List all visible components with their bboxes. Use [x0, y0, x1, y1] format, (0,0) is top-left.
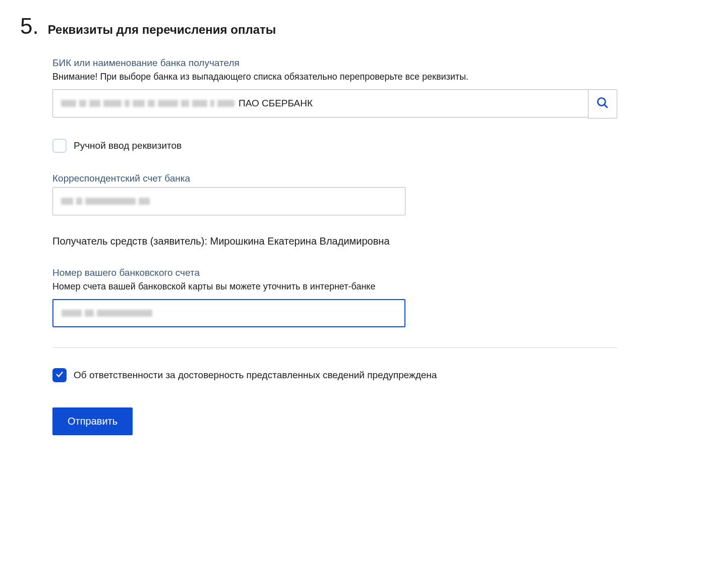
bank-field-block: БИК или наименование банка получателя Вн… [52, 57, 617, 119]
bank-bic-input[interactable]: ПАО СБЕРБАНК [52, 89, 588, 117]
account-number-hint: Номер счета вашей банковской карты вы мо… [52, 281, 617, 292]
confirm-checkbox[interactable] [52, 368, 67, 382]
step-title: Реквизиты для перечисления оплаты [48, 23, 276, 37]
bank-field-label: БИК или наименование банка получателя [52, 57, 617, 69]
confirm-row: Об ответственности за достоверность пред… [52, 368, 617, 382]
check-icon [55, 370, 64, 381]
corr-account-label: Корреспондентский счет банка [52, 173, 617, 184]
redacted-bic [61, 100, 234, 107]
redacted-account-number [62, 310, 152, 317]
bank-search-button[interactable] [588, 89, 617, 119]
bank-field-hint: Внимание! При выборе банка из выпадающег… [52, 72, 617, 82]
step-number: 5. [20, 15, 39, 37]
confirm-label: Об ответственности за достоверность пред… [74, 370, 437, 381]
recipient-line: Получатель средств (заявитель): Мирошкин… [52, 236, 617, 247]
account-number-label: Номер вашего банковского счета [52, 267, 617, 278]
corr-account-input[interactable] [52, 187, 405, 215]
manual-entry-row: Ручной ввод реквизитов [52, 139, 617, 153]
recipient-prefix: Получатель средств (заявитель): [52, 236, 210, 247]
account-number-input[interactable] [52, 299, 405, 327]
submit-button[interactable]: Отправить [52, 407, 133, 435]
redacted-corr-account [61, 198, 150, 205]
manual-entry-label: Ручной ввод реквизитов [74, 140, 182, 151]
svg-point-0 [598, 98, 605, 105]
bank-input-group: ПАО СБЕРБАНК [52, 89, 617, 119]
section-header: 5. Реквизиты для перечисления оплаты [20, 15, 686, 37]
corr-account-block: Корреспондентский счет банка [52, 173, 617, 215]
bank-name-suffix: ПАО СБЕРБАНК [239, 98, 313, 109]
account-number-block: Номер вашего банковского счета Номер сче… [52, 267, 617, 327]
section-divider [52, 347, 617, 348]
manual-entry-checkbox[interactable] [52, 139, 67, 153]
form-body: БИК или наименование банка получателя Вн… [52, 57, 617, 435]
svg-line-1 [604, 104, 607, 107]
search-icon [596, 96, 609, 111]
recipient-name: Мирошкина Екатерина Владимировна [210, 236, 390, 247]
